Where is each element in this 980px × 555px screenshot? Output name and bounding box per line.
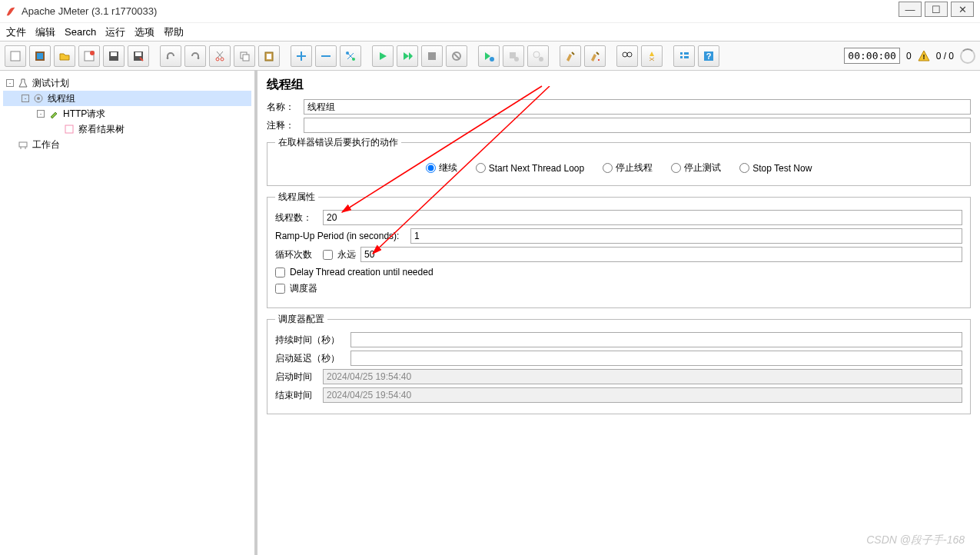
menu-run[interactable]: 运行 [105,25,125,39]
function-button[interactable] [673,45,695,67]
scheduler-config-group: 调度器配置 持续时间（秒） 启动延迟（秒） 启动时间 结束时间 [267,313,971,414]
gear-icon [32,92,45,105]
watermark: CSDN @段子手-168 [866,533,965,547]
tree-test-plan[interactable]: - 测试计划 [3,75,251,91]
svg-rect-14 [267,54,271,59]
toggle-button[interactable] [340,45,361,67]
copy-button[interactable] [234,45,255,67]
threads-label: 线程数： [275,211,318,224]
loop-input[interactable] [360,247,962,262]
radio-start-next[interactable]: Start Next Thread Loop [476,163,585,174]
scheduler-label: 调度器 [290,282,317,295]
jmeter-icon [5,5,17,18]
radio-stop-now[interactable]: Stop Test Now [739,163,812,174]
menu-help[interactable]: 帮助 [164,25,184,39]
tree-label: HTTP请求 [63,108,105,121]
scheduler-config-legend: 调度器配置 [275,313,327,326]
save-button[interactable] [103,45,125,67]
start-no-pause-button[interactable] [397,45,418,67]
start-time-input [323,369,962,384]
duration-input[interactable] [350,332,962,347]
svg-rect-26 [680,52,683,55]
save-as-button[interactable] [128,45,149,67]
toggle-icon[interactable]: - [37,110,45,118]
config-panel: 线程组 名称： 注释： 在取样器错误后要执行的动作 继续 Start Next … [257,71,980,555]
warning-icon: ! [918,50,930,62]
name-input[interactable] [304,99,971,115]
svg-point-10 [221,58,224,61]
toggle-icon[interactable]: - [22,95,29,102]
tree-results-tree[interactable]: 察看结果树 [3,121,251,137]
help-button[interactable]: ? [698,45,719,67]
cut-button[interactable] [209,45,231,67]
radio-stop-thread[interactable]: 停止线程 [603,161,653,174]
workbench-icon [17,138,29,151]
menu-edit[interactable]: 编辑 [35,25,55,39]
clear-all-button[interactable] [584,45,606,67]
maximize-button[interactable]: ☐ [925,2,948,17]
tree-http-request[interactable]: - HTTP请求 [3,106,251,121]
svg-rect-2 [37,53,43,59]
close-test-button[interactable] [78,45,100,67]
menu-file[interactable]: 文件 [6,25,26,39]
svg-point-22 [533,52,540,58]
menu-options[interactable]: 选项 [135,25,154,39]
delay-checkbox[interactable] [275,268,285,278]
collapse-button[interactable] [315,45,337,67]
new-button[interactable] [5,45,26,67]
redo-button[interactable] [184,45,206,67]
svg-rect-17 [428,52,436,60]
warn-count: 0 [906,51,912,61]
startup-delay-input[interactable] [350,351,962,366]
reset-search-button[interactable] [641,45,663,67]
comment-label: 注释： [267,119,299,132]
error-action-group: 在取样器错误后要执行的动作 继续 Start Next Thread Loop … [267,136,971,186]
svg-point-34 [37,97,40,100]
delay-label: Delay Thread creation until needed [290,267,434,278]
forever-checkbox[interactable] [323,250,333,260]
open-button[interactable] [54,45,75,67]
search-button[interactable] [616,45,638,67]
spinner-icon [960,48,975,64]
svg-rect-36 [19,142,27,147]
stop-button[interactable] [421,45,443,67]
close-button[interactable]: ✕ [951,2,974,17]
undo-button[interactable] [160,45,181,67]
comment-input[interactable] [304,118,971,133]
expand-button[interactable] [291,45,312,67]
remote-shut-button[interactable] [527,45,549,67]
radio-stop-test[interactable]: 停止测试 [671,161,721,174]
svg-point-19 [490,57,494,61]
svg-rect-29 [684,56,689,58]
tree-workbench[interactable]: 工作台 [3,137,251,152]
remote-start-button[interactable] [478,45,500,67]
tree-label: 工作台 [32,138,60,151]
radio-continue[interactable]: 继续 [426,161,457,174]
name-label: 名称： [267,101,299,114]
svg-point-16 [352,58,355,61]
paste-button[interactable] [258,45,280,67]
scheduler-checkbox[interactable] [275,284,285,294]
end-time-input [323,387,962,403]
tree-thread-group[interactable]: - 线程组 [3,91,251,106]
toggle-icon[interactable]: - [6,79,14,87]
thread-props-group: 线程属性 线程数： Ramp-Up Period (in seconds): 循… [267,191,971,308]
svg-rect-35 [65,125,73,133]
start-button[interactable] [372,45,394,67]
test-tree[interactable]: - 测试计划 - 线程组 - HTTP请求 察看结果树 工作台 [0,71,257,555]
threads-input[interactable] [323,210,962,225]
menu-search[interactable]: Search [65,26,96,38]
shutdown-button[interactable] [446,45,467,67]
thread-props-legend: 线程属性 [275,191,318,204]
svg-point-21 [514,57,519,61]
error-action-legend: 在取样器错误后要执行的动作 [275,136,401,149]
templates-button[interactable] [29,45,51,67]
remote-stop-button[interactable] [503,45,524,67]
svg-text:!: ! [922,53,925,61]
startup-delay-label: 启动延迟（秒） [275,352,346,365]
flask-icon [17,77,29,89]
rampup-input[interactable] [410,228,962,244]
minimize-button[interactable]: — [899,2,922,17]
clear-button[interactable] [560,45,581,67]
tree-label: 测试计划 [32,77,69,90]
